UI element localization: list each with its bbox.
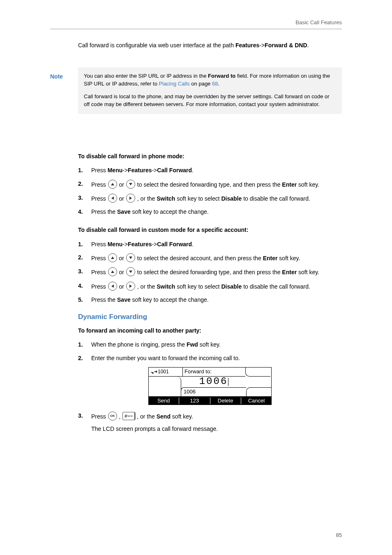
note-label: Note xyxy=(50,72,63,81)
page-link[interactable]: 68 xyxy=(212,81,218,87)
step: 1. When the phone is ringing, press the … xyxy=(78,340,342,349)
intro-para: Call forward is configurable via web use… xyxy=(78,41,342,49)
softkey-123[interactable]: 123 xyxy=(180,397,209,405)
placing-calls-link[interactable]: Placing Calls xyxy=(159,81,190,87)
softkey-send[interactable]: Send xyxy=(149,397,178,405)
step: 1. Press Menu->Features->Call Forward. xyxy=(78,166,342,174)
note-box: You can also enter the SIP URL or IP add… xyxy=(78,67,342,114)
pound-send-key-icon: #SEND xyxy=(122,412,135,420)
step: 3. Press or to select the desired forwar… xyxy=(78,267,342,276)
header-rule xyxy=(50,29,342,29)
ok-key-icon: OK xyxy=(108,412,117,421)
heading-custom-mode: To disable call forward in custom mode f… xyxy=(78,226,342,234)
step: 4. Press or , or the Switch soft key to … xyxy=(78,282,342,291)
step: 2. Press or to select the desired forwar… xyxy=(78,180,342,189)
step: 4. Press the Save soft key to accept the… xyxy=(78,208,342,216)
step: 2. Press or to select the desired accoun… xyxy=(78,253,342,262)
up-arrow-key-icon xyxy=(108,253,117,262)
lcd-softkey-bar: Send 123 Delete Cancel xyxy=(148,397,272,405)
down-arrow-key-icon xyxy=(126,180,135,189)
up-arrow-key-icon xyxy=(108,267,117,276)
left-arrow-key-icon xyxy=(108,282,117,291)
step: 3. Press OK , #SEND , or the Send soft k… xyxy=(78,412,342,433)
up-arrow-key-icon xyxy=(108,180,117,189)
down-arrow-key-icon xyxy=(126,253,135,262)
down-arrow-key-icon xyxy=(126,267,135,276)
softkey-delete[interactable]: Delete xyxy=(211,397,240,405)
softkey-cancel[interactable]: Cancel xyxy=(242,397,271,405)
step: 1. Press Menu->Features->Call Forward. xyxy=(78,240,342,248)
lcd-line-indicator: 1001 xyxy=(149,368,183,377)
running-header: Basic Call Features xyxy=(295,19,342,27)
left-arrow-key-icon xyxy=(108,194,117,203)
step: 2. Enter the number you want to forward … xyxy=(78,354,342,362)
page-number: 85 xyxy=(336,532,342,539)
right-arrow-key-icon xyxy=(126,194,135,203)
phone-lcd-screenshot: 1001 Forward to: 1006 1006 Send xyxy=(148,367,272,405)
heading-dynamic-forwarding: Dynamic Forwarding xyxy=(78,312,342,322)
heading-forward-incoming: To forward an incoming call to another p… xyxy=(78,326,342,335)
right-arrow-key-icon xyxy=(126,282,135,291)
step: 3. Press or , or the Switch soft key to … xyxy=(78,194,342,203)
step: 5. Press the Save soft key to accept the… xyxy=(78,296,342,304)
heading-phone-mode: To disable call forward in phone mode: xyxy=(78,152,342,160)
lcd-small-number: 1006 xyxy=(181,387,246,396)
lcd-entered-number: 1006 xyxy=(181,377,247,387)
